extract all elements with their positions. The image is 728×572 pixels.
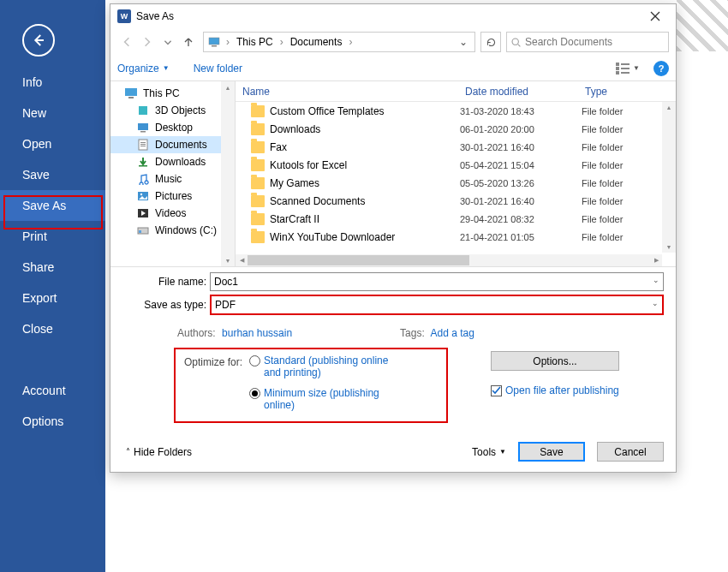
file-row[interactable]: Downloads06-01-2020 20:00File folder (236, 120, 676, 138)
dialog-actions: ˄ Hide Folders Tools ▼ Save Cancel (110, 428, 676, 470)
back-button[interactable] (22, 24, 55, 57)
breadcrumb-root[interactable]: This PC (235, 36, 275, 48)
chevron-up-icon: ˄ (126, 447, 130, 456)
svg-rect-17 (140, 146, 146, 146)
options-button[interactable]: Options... (491, 351, 619, 371)
file-row[interactable]: Fax30-01-2021 16:40File folder (236, 138, 676, 156)
tree-item-desktop[interactable]: Desktop (110, 119, 222, 136)
authors-value[interactable]: burhan hussain (222, 327, 292, 339)
pics-icon (136, 189, 150, 203)
tree-item-this-pc[interactable]: This PC (110, 85, 222, 102)
open-after-label[interactable]: Open file after publishing (505, 384, 619, 396)
tags-label: Tags: (400, 327, 425, 339)
optimize-highlight: Optimize for: Standard (publishing onlin… (174, 348, 448, 423)
backstage-sidebar: InfoNewOpenSaveSave AsPrintShareExportCl… (0, 0, 105, 572)
svg-rect-6 (621, 68, 630, 69)
column-date[interactable]: Date modified (458, 81, 578, 101)
new-folder-button[interactable]: New folder (194, 63, 242, 74)
filename-label: File name: (122, 276, 210, 288)
organize-button[interactable]: Organize (117, 63, 159, 74)
tree-item-videos[interactable]: Videos (110, 205, 222, 222)
pc-icon (124, 86, 138, 100)
pc-icon (207, 35, 221, 49)
folder-icon (251, 123, 265, 135)
radio-standard[interactable]: Standard (publishing online and printing… (249, 355, 392, 378)
saveastype-dropdown[interactable]: PDF ⌄ (210, 295, 664, 315)
open-after-checkbox[interactable] (491, 385, 502, 396)
close-button[interactable] (638, 5, 672, 27)
tree-item-documents[interactable]: Documents (110, 136, 222, 153)
file-row[interactable]: Custom Office Templates31-03-2020 18:43F… (236, 102, 676, 120)
disk-icon (136, 223, 150, 237)
organize-dropdown-icon[interactable]: ▼ (163, 64, 170, 72)
file-row[interactable]: StarCraft II29-04-2021 08:32File folder (236, 210, 676, 228)
nav-open[interactable]: Open (0, 128, 105, 159)
svg-rect-10 (128, 97, 134, 98)
save-as-dialog: W Save As › This PC › Documents › ⌄ (110, 3, 677, 473)
music-icon (136, 172, 150, 186)
folder-icon (251, 105, 265, 117)
folder-icon (251, 141, 265, 153)
tree-scrollbar[interactable]: ▲ ▼ (221, 81, 235, 266)
tree-item-music[interactable]: Music (110, 170, 222, 188)
view-mode-button[interactable]: ▼ (616, 63, 640, 74)
nav-back-icon[interactable] (117, 33, 136, 51)
scroll-up-icon[interactable]: ▲ (662, 102, 676, 112)
tree-item-downloads[interactable]: Downloads (110, 153, 222, 170)
saveastype-dropdown-icon[interactable]: ⌄ (652, 299, 659, 307)
scroll-right-icon[interactable]: ▶ (650, 254, 662, 266)
column-headers[interactable]: Name Date modified Type (236, 81, 676, 102)
column-name[interactable]: Name (236, 81, 458, 101)
nav-up-icon[interactable] (179, 33, 198, 51)
dialog-title: Save As (136, 10, 638, 22)
file-row[interactable]: WinX YouTube Downloader21-04-2021 01:05F… (236, 228, 676, 246)
save-button[interactable]: Save (518, 442, 585, 462)
nav-new[interactable]: New (0, 98, 105, 128)
nav-share[interactable]: Share (0, 252, 105, 283)
nav-recent-dropdown[interactable] (158, 33, 177, 51)
help-icon[interactable]: ? (653, 61, 669, 76)
nav-options[interactable]: Options (0, 406, 105, 437)
authors-label: Authors: (177, 327, 216, 339)
column-type[interactable]: Type (578, 81, 676, 101)
filename-input[interactable]: Doc1 ⌄ (210, 272, 664, 291)
nav-close[interactable]: Close (0, 313, 105, 344)
tools-dropdown[interactable]: Tools ▼ (472, 446, 506, 458)
file-row[interactable]: My Games05-05-2020 13:26File folder (236, 174, 676, 192)
file-scrollbar-v[interactable]: ▲ ▼ (662, 102, 676, 253)
nav-export[interactable]: Export (0, 283, 105, 313)
tree-item-windows-c-[interactable]: Windows (C:) (110, 222, 222, 239)
tree-item-pictures[interactable]: Pictures (110, 188, 222, 205)
hide-folders-button[interactable]: ˄ Hide Folders (122, 446, 460, 458)
scroll-down-icon[interactable]: ▼ (221, 254, 235, 266)
file-row[interactable]: Kutools for Excel05-04-2021 15:04File fo… (236, 156, 676, 174)
address-dropdown-icon[interactable]: ⌄ (456, 36, 471, 48)
nav-save[interactable]: Save (0, 159, 105, 190)
svg-rect-5 (616, 67, 619, 70)
address-bar[interactable]: › This PC › Documents › ⌄ (203, 32, 475, 52)
svg-rect-13 (140, 131, 146, 133)
nav-account[interactable]: Account (0, 375, 105, 406)
file-row[interactable]: Scanned Documents30-01-2021 16:40File fo… (236, 192, 676, 210)
scroll-left-icon[interactable]: ◀ (236, 254, 248, 266)
scroll-up-icon[interactable]: ▲ (221, 81, 235, 93)
scroll-down-icon[interactable]: ▼ (662, 242, 676, 253)
filename-dropdown-icon[interactable]: ⌄ (653, 276, 659, 284)
file-scrollbar-h[interactable]: ◀ ▶ (236, 254, 662, 266)
nav-info[interactable]: Info (0, 67, 105, 98)
cancel-button[interactable]: Cancel (597, 442, 664, 462)
refresh-button[interactable] (480, 32, 501, 52)
highlight-save-as (3, 195, 103, 229)
optimize-label: Optimize for: (184, 355, 242, 411)
address-row: › This PC › Documents › ⌄ Search Documen… (110, 28, 676, 56)
decorative-stripes (677, 0, 728, 51)
folder-icon (251, 177, 265, 189)
breadcrumb-folder[interactable]: Documents (289, 36, 344, 48)
search-input[interactable]: Search Documents (506, 32, 669, 52)
save-form: File name: Doc1 ⌄ Save as type: PDF ⌄ Au… (110, 266, 676, 428)
nav-forward-icon[interactable] (138, 33, 157, 51)
radio-minimum[interactable]: Minimum size (publishing online) (249, 387, 392, 411)
tags-value[interactable]: Add a tag (430, 327, 474, 339)
tree-item-3d-objects[interactable]: 3D Objects (110, 102, 222, 119)
svg-rect-4 (621, 63, 630, 65)
